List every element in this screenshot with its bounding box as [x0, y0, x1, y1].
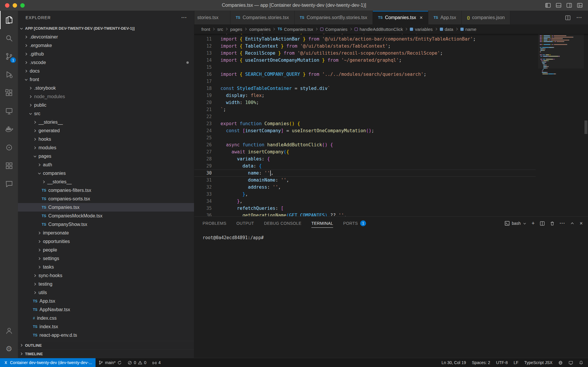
tree-item-devcontainer[interactable]: .devcontainer [18, 33, 194, 41]
tree-item-ergomake[interactable]: .ergomake [18, 41, 194, 50]
tree-item-src[interactable]: src [18, 109, 194, 118]
new-terminal-icon[interactable]: + [532, 221, 535, 226]
scrollbar-thumb[interactable] [584, 120, 587, 134]
close-window-button[interactable] [5, 3, 9, 8]
indentation[interactable]: Spaces: 2 [469, 358, 493, 367]
breadcrumb-item-variables[interactable]: variables [409, 27, 433, 32]
code-line-18[interactable]: 18const StyledTableContainer = styled.di… [194, 85, 536, 92]
panel-tab-output[interactable]: OUTPUT [236, 217, 254, 230]
code-line-23[interactable]: 23export function Companies() { [194, 120, 536, 127]
tree-item-app-tsx[interactable]: TSApp.tsx [18, 297, 194, 305]
cursor-position[interactable]: Ln 30, Col 19 [439, 358, 469, 367]
panel-tab-problems[interactable]: PROBLEMS [203, 217, 226, 230]
fullscreen-window-button[interactable] [20, 3, 25, 8]
tree-item-node-modules[interactable]: node_modules [18, 92, 194, 101]
split-editor-icon[interactable] [565, 15, 571, 21]
tree-item-public[interactable]: public [18, 101, 194, 109]
code-line-26[interactable]: 26 async function handleAddButtonClick()… [194, 141, 536, 148]
customize-layout-icon[interactable] [577, 2, 583, 8]
eol-selector[interactable]: LF [511, 358, 521, 367]
git-branch-item[interactable]: main* [96, 358, 125, 367]
panel-tab-debug-console[interactable]: DEBUG CONSOLE [264, 217, 301, 230]
workspace-section-header[interactable]: APP [CONTAINER DEV-TWENTY-DEV (DEV-TWENT… [18, 24, 194, 33]
tree-item-hooks[interactable]: hooks [18, 135, 194, 143]
tab-app-tsx[interactable]: TSApp.tsx [428, 11, 462, 24]
breadcrumb-item-companies-tsx[interactable]: TSCompanies.tsx [277, 27, 314, 32]
minimap[interactable] [538, 34, 584, 216]
problems-summary[interactable]: 0 0 [125, 358, 149, 367]
tree-item-modules[interactable]: modules [18, 143, 194, 152]
forwarded-ports[interactable]: 4 [149, 358, 164, 367]
code-line-30[interactable]: 30 name: '', [194, 170, 536, 177]
tree-item-index-tsx[interactable]: TSindex.tsx [18, 322, 194, 331]
breadcrumb-item-name[interactable]: name [460, 27, 477, 32]
code-line-35[interactable]: 35 refetchQueries: [ [194, 205, 536, 212]
kill-terminal-icon[interactable] [550, 221, 555, 226]
breadcrumb-item-companies[interactable]: Companies [320, 27, 348, 32]
remote-indicator[interactable]: Container dev-twenty-dev (dev-twenty-dev… [0, 358, 96, 367]
more-actions-icon[interactable]: ··· [577, 15, 582, 20]
search-icon[interactable] [0, 29, 18, 47]
grid-icon[interactable] [0, 157, 18, 175]
screencast-icon[interactable] [566, 358, 576, 367]
notifications-bell-icon[interactable] [576, 358, 586, 367]
tree-item-people[interactable]: people [18, 246, 194, 254]
extensions-icon[interactable] [0, 84, 18, 102]
code-line-34[interactable]: 34 }, [194, 198, 536, 205]
globe-icon[interactable] [555, 358, 566, 367]
code-line-16[interactable]: 16import { SEARCH_COMPANY_QUERY } from '… [194, 71, 536, 78]
outline-section-header[interactable]: OUTLINE [18, 341, 194, 349]
tree-item-sync-hooks[interactable]: sync-hooks [18, 271, 194, 280]
tree-item-utils[interactable]: utils [18, 288, 194, 297]
tree-item-storybook[interactable]: .storybook [18, 84, 194, 92]
docker-icon[interactable] [0, 120, 18, 138]
code-line-11[interactable]: 11import { EntityTableActionBar } from '… [194, 36, 536, 43]
explorer-icon[interactable] [0, 11, 18, 29]
tree-item-vscode[interactable]: .vscode [18, 58, 194, 67]
tree-item-impersonate[interactable]: impersonate [18, 229, 194, 237]
tree-item-docs[interactable]: docs [18, 67, 194, 75]
tree-item-pages[interactable]: pages [18, 152, 194, 160]
tab-companies-tsx[interactable]: TSCompanies.tsx× [373, 11, 428, 24]
tree-item-stories[interactable]: __stories__ [18, 118, 194, 126]
code-line-32[interactable]: 32 address: '', [194, 184, 536, 191]
close-panel-icon[interactable]: × [579, 221, 583, 226]
code-line-20[interactable]: 20 width: 100%; [194, 99, 536, 106]
code-line-15[interactable]: 15 [194, 64, 536, 71]
tree-item-auth[interactable]: auth [18, 160, 194, 169]
code-line-25[interactable]: 25 [194, 134, 536, 141]
tree-item-stories[interactable]: __stories__ [18, 177, 194, 186]
toggle-secondary-sidebar-icon[interactable] [566, 2, 572, 8]
chat-icon[interactable] [0, 175, 18, 193]
timeline-section-header[interactable]: TIMELINE [18, 349, 194, 358]
breadcrumb-item-pages[interactable]: pages [230, 27, 243, 32]
remote-explorer-icon[interactable] [0, 102, 18, 120]
tree-item-companies-tsx[interactable]: TSCompanies.tsx [18, 203, 194, 212]
panel-more-actions-icon[interactable]: ··· [560, 221, 565, 226]
minimize-window-button[interactable] [13, 3, 17, 8]
code-line-19[interactable]: 19 display: flex; [194, 92, 536, 99]
tree-item-companies[interactable]: companies [18, 169, 194, 177]
code-editor[interactable]: 10import { WithTopBarContainer } from '@… [194, 34, 588, 216]
editor-scrollbar[interactable] [584, 34, 588, 216]
split-terminal-icon[interactable] [540, 221, 545, 226]
tab-stories-tsx[interactable]: stories.tsx [194, 11, 230, 24]
tree-item-opportunities[interactable]: opportunities [18, 237, 194, 246]
explorer-more-actions-icon[interactable]: ··· [181, 15, 187, 20]
tree-item-index-css[interactable]: #index.css [18, 314, 194, 322]
code-line-22[interactable]: 22 [194, 113, 536, 120]
breadcrumb-item-handleaddbuttonclick[interactable]: handleAddButtonClick [354, 27, 404, 32]
panel-tab-terminal[interactable]: TERMINAL [311, 217, 333, 230]
source-control-icon[interactable]: 1 [0, 47, 18, 66]
panel-tab-ports[interactable]: PORTS1 [343, 217, 366, 230]
toggle-sidebar-icon[interactable] [545, 2, 551, 8]
code-line-33[interactable]: 33 }, [194, 191, 536, 198]
tab-companies-json[interactable]: {}companies.json [462, 11, 510, 24]
tree-item-testing[interactable]: testing [18, 280, 194, 288]
breadcrumb-item-src[interactable]: src [217, 27, 224, 32]
code-line-31[interactable]: 31 domainName: '', [194, 177, 536, 184]
tree-item-companyshow-tsx[interactable]: TSCompanyShow.tsx [18, 220, 194, 229]
tree-item-generated[interactable]: generated [18, 126, 194, 135]
tree-item-tasks[interactable]: tasks [18, 263, 194, 271]
account-icon[interactable] [0, 321, 18, 340]
